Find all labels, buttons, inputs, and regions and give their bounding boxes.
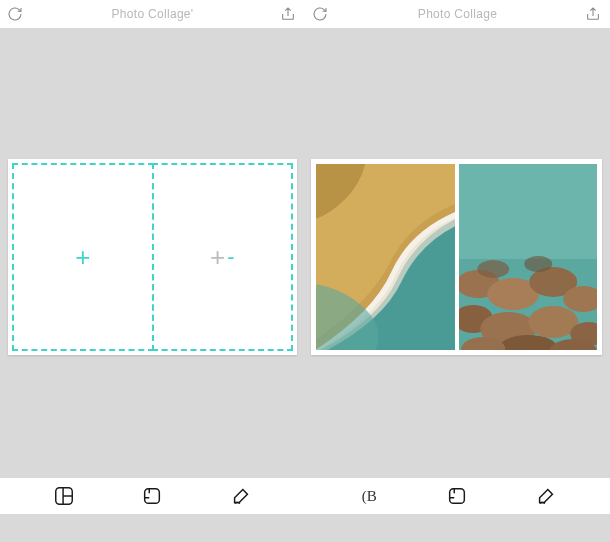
photo-rocks[interactable] xyxy=(459,164,598,350)
add-slot-left[interactable]: + xyxy=(12,163,154,351)
top-toolbar: Photo Collage' Photo Collage xyxy=(0,0,610,28)
svg-point-15 xyxy=(524,256,552,272)
minus-icon: - xyxy=(227,244,234,270)
plus-icon: + xyxy=(210,244,225,270)
share-icon[interactable] xyxy=(279,5,297,23)
share-icon[interactable] xyxy=(584,5,602,23)
add-slot-right[interactable]: +- xyxy=(152,163,294,351)
svg-rect-20 xyxy=(450,489,465,504)
edit-icon[interactable] xyxy=(228,483,254,509)
topbar-left: Photo Collage' xyxy=(0,0,305,28)
footer-spacer xyxy=(0,514,610,542)
plus-icon: + xyxy=(75,244,90,270)
svg-rect-19 xyxy=(145,489,160,504)
text-tool[interactable]: (B xyxy=(356,483,382,509)
topbar-right: Photo Collage xyxy=(305,0,610,28)
frame-icon[interactable] xyxy=(139,483,165,509)
photo-beach[interactable] xyxy=(316,164,455,350)
collage-filled xyxy=(311,159,602,355)
toolbar-right: (B xyxy=(305,478,610,514)
bottom-toolbar: (B xyxy=(0,478,610,514)
layout-icon[interactable] xyxy=(51,483,77,509)
svg-point-14 xyxy=(477,260,509,278)
toolbar-left xyxy=(0,478,305,514)
refresh-icon[interactable] xyxy=(311,5,329,23)
collage-empty: + +- xyxy=(8,159,297,355)
frame-icon[interactable] xyxy=(444,483,470,509)
canvas-area: + +- xyxy=(0,28,610,486)
app-title-right: Photo Collage xyxy=(305,7,610,21)
app-title-left: Photo Collage' xyxy=(0,7,305,21)
svg-rect-2 xyxy=(459,164,598,259)
refresh-icon[interactable] xyxy=(6,5,24,23)
edit-icon[interactable] xyxy=(533,483,559,509)
